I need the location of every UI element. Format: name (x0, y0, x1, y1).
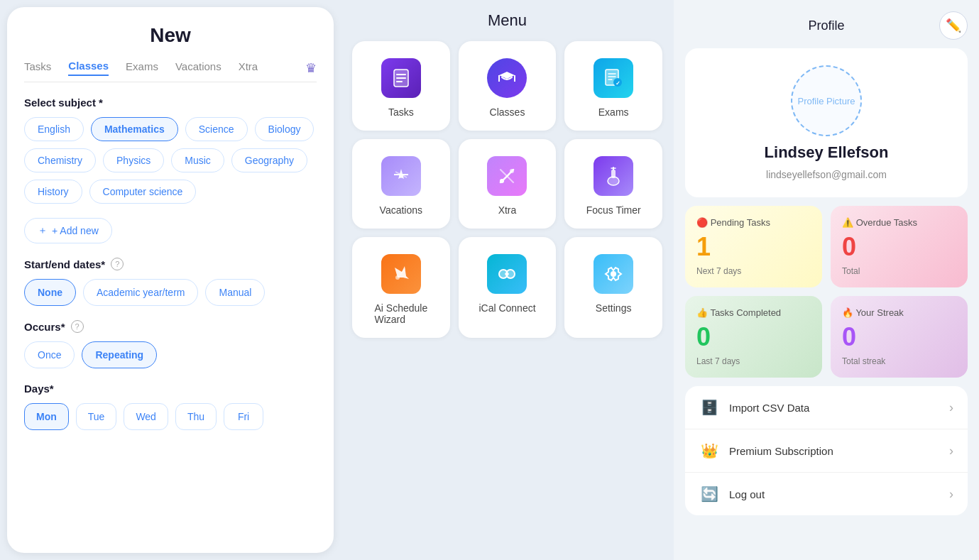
svg-point-18 (395, 275, 400, 280)
chip-physics[interactable]: Physics (103, 148, 164, 172)
menu-card-xtra[interactable]: Xtra (459, 139, 557, 229)
classes-label: Classes (490, 106, 525, 118)
middle-panel: Menu Tasks (341, 0, 674, 560)
premium-arrow: › (949, 444, 953, 459)
occurs-label: Occurs* (24, 321, 65, 333)
menu-card-settings[interactable]: Settings (564, 237, 662, 338)
settings-icon (594, 254, 633, 294)
svg-point-11 (399, 174, 403, 178)
day-tue[interactable]: Tue (76, 403, 117, 430)
plus-icon: ＋ (38, 224, 48, 237)
stat-pending: 🔴 Pending Tasks 1 Next 7 days (685, 206, 822, 287)
day-wed[interactable]: Wed (124, 403, 168, 430)
import-label: Import CSV Data (729, 402, 939, 414)
tab-tasks[interactable]: Tasks (24, 60, 51, 75)
completed-icon: 👍 (696, 307, 708, 318)
chip-mathematics[interactable]: Mathematics (91, 117, 178, 141)
stat-streak: 🔥 Your Streak 0 Total streak (831, 296, 968, 378)
day-thu[interactable]: Thu (175, 403, 217, 430)
tab-vacations[interactable]: Vacations (175, 60, 221, 75)
premium-label: Premium Subscription (729, 445, 939, 457)
days-label: Days* (24, 383, 317, 395)
exams-label: Exams (598, 106, 629, 118)
vacations-icon (381, 156, 421, 196)
chip-history[interactable]: History (24, 180, 82, 204)
svg-point-12 (500, 179, 504, 183)
streak-icon: 🔥 (842, 307, 853, 318)
premium-item[interactable]: 👑 Premium Subscription › (685, 429, 968, 473)
svg-point-21 (611, 271, 616, 277)
date-none[interactable]: None (24, 279, 76, 306)
menu-card-ical[interactable]: iCal Connect (459, 237, 557, 338)
pending-sublabel: Next 7 days (696, 266, 811, 276)
tasks-label: Tasks (388, 106, 414, 118)
left-panel: New Tasks Classes Exams Vacations Xtra ♛… (7, 7, 334, 553)
chip-geography[interactable]: Geography (231, 148, 307, 172)
date-manual[interactable]: Manual (205, 279, 265, 306)
import-icon: 🗄️ (699, 399, 719, 416)
menu-grid: Tasks Classes ✓ (352, 41, 662, 338)
occurs-options: Once Repeating (24, 341, 317, 368)
svg-point-13 (510, 169, 514, 173)
streak-label: 🔥 Your Streak (842, 307, 956, 318)
streak-number: 0 (842, 322, 956, 352)
stat-overdue: ⚠️ Overdue Tasks 0 Total (831, 206, 968, 287)
occurs-repeating[interactable]: Repeating (82, 341, 157, 368)
menu-card-classes[interactable]: Classes (459, 41, 557, 131)
day-mon[interactable]: Mon (24, 403, 69, 430)
xtra-icon (487, 156, 527, 196)
import-csv-item[interactable]: 🗄️ Import CSV Data › (685, 386, 968, 429)
add-new-button[interactable]: ＋ + Add new (24, 218, 112, 243)
day-fri[interactable]: Fri (224, 403, 263, 430)
logout-item[interactable]: 🔄 Log out › (685, 473, 968, 515)
occurs-once[interactable]: Once (24, 341, 75, 368)
crown-icon: ♛ (305, 60, 317, 76)
ical-icon (487, 254, 527, 294)
profile-header: Profile ✏️ (685, 11, 968, 40)
import-arrow: › (949, 400, 953, 415)
svg-text:✓: ✓ (616, 80, 620, 87)
premium-icon: 👑 (699, 442, 719, 459)
menu-card-exams[interactable]: ✓ Exams (564, 41, 662, 131)
profile-title: Profile (713, 18, 939, 33)
dates-section-header: Start/end dates* ? (24, 258, 317, 270)
edit-profile-button[interactable]: ✏️ (939, 11, 968, 40)
dates-help-icon[interactable]: ? (111, 258, 124, 270)
menu-card-vacations[interactable]: Vacations (352, 139, 450, 229)
occurs-help-icon[interactable]: ? (71, 320, 84, 333)
settings-label: Settings (596, 302, 632, 314)
pending-number: 1 (696, 232, 811, 262)
overdue-icon: ⚠️ (842, 217, 853, 228)
completed-number: 0 (696, 322, 811, 352)
chip-biology[interactable]: Biology (255, 117, 315, 141)
tab-classes[interactable]: Classes (68, 60, 109, 76)
stat-completed: 👍 Tasks Completed 0 Last 7 days (685, 296, 822, 378)
menu-card-tasks[interactable]: Tasks (352, 41, 450, 131)
chip-science[interactable]: Science (185, 117, 248, 141)
chip-music[interactable]: Music (171, 148, 224, 172)
stats-grid: 🔴 Pending Tasks 1 Next 7 days ⚠️ Overdue… (685, 206, 968, 378)
logout-label: Log out (729, 488, 939, 500)
menu-card-ai[interactable]: Ai ScheduleWizard (352, 237, 450, 338)
profile-menu-list: 🗄️ Import CSV Data › 👑 Premium Subscript… (685, 386, 968, 515)
tab-bar: Tasks Classes Exams Vacations Xtra ♛ (24, 60, 317, 82)
classes-icon (487, 58, 527, 98)
focus-label: Focus Timer (586, 204, 641, 216)
tab-exams[interactable]: Exams (126, 60, 158, 75)
xtra-label: Xtra (498, 204, 517, 216)
pending-icon: 🔴 (696, 217, 708, 228)
tasks-icon (381, 58, 421, 98)
days-chips: Mon Tue Wed Thu Fri (24, 403, 317, 430)
chip-computer-science[interactable]: Computer science (89, 180, 197, 204)
date-options: None Academic year/term Manual (24, 279, 317, 306)
menu-card-focus[interactable]: Focus Timer (564, 139, 662, 229)
date-academic[interactable]: Academic year/term (83, 279, 198, 306)
chip-chemistry[interactable]: Chemistry (24, 148, 96, 172)
chip-english[interactable]: English (24, 117, 84, 141)
panel-title: New (24, 24, 317, 47)
overdue-label: ⚠️ Overdue Tasks (842, 217, 956, 228)
ical-label: iCal Connect (478, 302, 535, 314)
focus-icon (594, 156, 633, 196)
profile-picture[interactable]: Profile Picture (791, 65, 862, 136)
tab-xtra[interactable]: Xtra (239, 60, 258, 75)
